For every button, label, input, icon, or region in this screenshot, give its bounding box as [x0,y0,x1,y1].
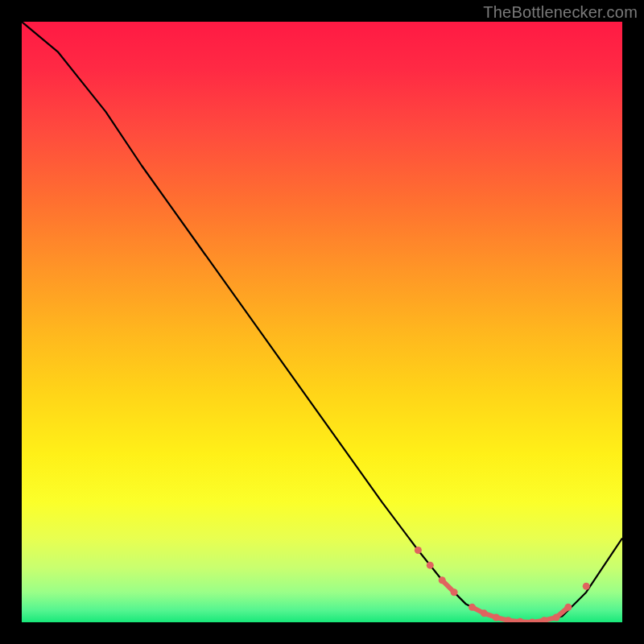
marker-dot [427,562,434,569]
marker-dot [451,588,458,596]
marker-dot [415,547,422,554]
bottleneck-curve [22,22,622,622]
chart-svg [22,22,622,622]
marker-group [415,547,590,622]
chart-frame [22,22,622,622]
attribution-text: TheBottlenecker.com [483,3,638,22]
marker-dot [564,604,572,611]
marker-dot [583,583,590,590]
